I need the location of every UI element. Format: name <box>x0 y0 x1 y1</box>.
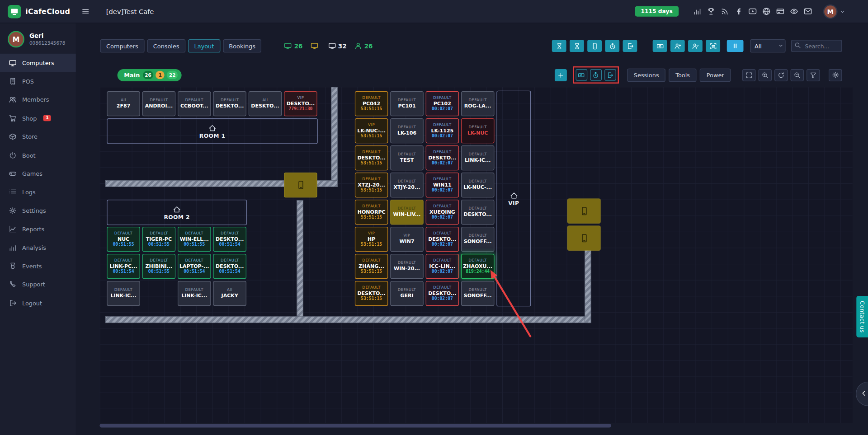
menu-toggle-button[interactable] <box>81 7 90 15</box>
chat-widget-button[interactable] <box>856 382 868 406</box>
sidebar-item-computers[interactable]: Computers <box>0 54 76 72</box>
computer-tile[interactable]: DEFAULTLK-106 <box>390 118 423 143</box>
computer-tile[interactable]: DEFAULTDESKTO... <box>461 200 494 225</box>
mobile-device-tile[interactable] <box>284 173 317 197</box>
computer-tile[interactable]: DEFAULTSONOFF... <box>461 227 494 252</box>
computer-tile[interactable]: DEFAULTROG-LA... <box>461 91 494 116</box>
computer-tile[interactable]: DEFAULTLK-112500:02:07 <box>426 118 459 143</box>
tab-consoles[interactable]: Consoles <box>147 39 185 52</box>
tools-button[interactable]: Tools <box>669 68 697 81</box>
sessions-button[interactable]: Sessions <box>627 68 665 81</box>
pause-button[interactable] <box>727 40 744 52</box>
layout-canvas[interactable]: ROOM 1ROOM 2VIPAll2F87DEFAULTANDROI...DE… <box>99 87 852 423</box>
sidebar-item-pos[interactable]: POS <box>0 72 76 91</box>
computer-tile[interactable]: DEFAULTDESKTO...53:51:15 <box>355 281 388 306</box>
computer-tile[interactable]: DEFAULTDESKTO... <box>213 91 246 116</box>
computer-tile[interactable]: DEFAULTWIN-ELL...00:51:55 <box>178 227 211 252</box>
app-logo-icon[interactable] <box>8 5 21 18</box>
computer-tile[interactable]: DEFAULTANDROI... <box>142 91 175 116</box>
computer-tile[interactable]: DEFAULTPC101 <box>390 91 423 116</box>
tab-layout[interactable]: Layout <box>188 39 220 52</box>
computer-tile[interactable]: AllDESKTO... <box>249 91 282 116</box>
sidebar-item-logout[interactable]: Logout <box>0 294 76 312</box>
computer-tile[interactable]: DEFAULTLAPTOP-...00:51:54 <box>178 254 211 279</box>
computer-tile[interactable]: DEFAULTSONOFF... <box>461 281 494 306</box>
computer-tile[interactable]: DEFAULTGERI <box>390 281 423 306</box>
computer-tile[interactable]: DEFAULTPC04253:51:15 <box>355 91 388 116</box>
computer-tile[interactable]: DEFAULTDESKTO...00:02:07 <box>426 227 459 252</box>
facebook-icon[interactable] <box>735 7 743 15</box>
computer-tile[interactable]: AllJACKY <box>213 281 246 306</box>
computer-tile[interactable]: DEFAULTWIN1100:02:07 <box>426 173 459 197</box>
power-button[interactable]: Power <box>700 68 731 81</box>
computer-tile[interactable]: DEFAULTDESKTO...00:02:07 <box>426 281 459 306</box>
computer-tile[interactable]: VIPWIN7 <box>390 227 423 252</box>
add-member-button[interactable] <box>670 40 685 52</box>
sidebar-item-store[interactable]: Store <box>0 127 76 146</box>
payment-icon[interactable] <box>776 7 784 15</box>
computer-tile[interactable]: DEFAULTLINK-IC... <box>107 281 140 306</box>
computer-tile[interactable]: VIPDESKTO...779:21:30 <box>284 91 317 116</box>
sidebar-item-reports[interactable]: Reports <box>0 220 76 239</box>
youtube-icon[interactable] <box>749 7 757 15</box>
computer-tile[interactable]: DEFAULTWIN-20... <box>390 254 423 279</box>
quick-timer-button[interactable] <box>590 69 602 81</box>
filter-button[interactable] <box>807 69 820 81</box>
sidebar-item-events[interactable]: Events <box>0 257 76 276</box>
sidebar-item-settings[interactable]: Settings <box>0 201 76 220</box>
trophy-icon[interactable] <box>707 7 715 15</box>
computer-tile[interactable]: DEFAULTICC-LIN...00:02:07 <box>426 254 459 279</box>
computer-tile[interactable]: DEFAULTXTZJ-20...53:51:15 <box>355 173 388 197</box>
computer-tile[interactable]: DEFAULTZHIBINI...00:51:55 <box>142 254 175 279</box>
computer-tile[interactable]: DEFAULTWIN-LIV... <box>390 200 423 225</box>
user-avatar[interactable]: M <box>823 4 838 19</box>
sidebar-item-support[interactable]: Support <box>0 275 76 294</box>
horizontal-scrollbar[interactable] <box>99 424 611 428</box>
computer-tile[interactable]: DEFAULTXUEQING00:02:07 <box>426 200 459 225</box>
computer-tile[interactable]: DEFAULTLINK-PC...00:51:54 <box>107 254 140 279</box>
quick-checkout-button[interactable] <box>604 69 616 81</box>
contact-us-button[interactable]: Contact us <box>856 296 868 337</box>
computer-tile[interactable]: DEFAULTCCBOOT... <box>178 91 211 116</box>
layout-settings-button[interactable] <box>829 69 842 81</box>
computer-tile[interactable]: DEFAULTDESKTO...00:51:54 <box>213 227 246 252</box>
computer-tile[interactable]: DEFAULTDESKTO...00:02:07 <box>426 145 459 170</box>
sidebar-item-logs[interactable]: Logs <box>0 183 76 201</box>
waiting-sessions-button[interactable] <box>552 40 566 52</box>
add-computer-button[interactable] <box>555 69 567 81</box>
scan-button[interactable] <box>706 40 720 52</box>
timer-button[interactable] <box>605 40 619 52</box>
sidebar-item-shop[interactable]: Shop1 <box>0 109 76 127</box>
zoom-in-button[interactable] <box>759 69 772 81</box>
eye-icon[interactable] <box>790 7 798 15</box>
fullscreen-button[interactable] <box>742 69 755 81</box>
sidebar-user-block[interactable]: M Geri 008612345678 <box>0 23 76 53</box>
mail-icon[interactable] <box>804 7 812 15</box>
computer-tile[interactable]: VIPLK-NUC-...53:51:15 <box>355 118 388 143</box>
checkout-button[interactable] <box>623 40 637 52</box>
computer-tile[interactable]: DEFAULTHONORPC53:51:15 <box>355 200 388 225</box>
expired-sessions-button[interactable] <box>570 40 584 52</box>
zone-pill-main[interactable]: Main 26122 <box>118 69 182 81</box>
computer-tile[interactable]: VIPHP53:51:15 <box>355 227 388 252</box>
computer-tile[interactable]: DEFAULTDESKTO...53:51:15 <box>355 145 388 170</box>
mobile-device-tile[interactable] <box>567 226 600 251</box>
computer-tile[interactable]: DEFAULTZHANG...53:51:15 <box>355 254 388 279</box>
zoom-out-button[interactable] <box>791 69 804 81</box>
computer-tile[interactable]: DEFAULTDESKTO...00:51:54 <box>213 254 246 279</box>
sidebar-item-members[interactable]: Members <box>0 91 76 109</box>
bar-chart-icon[interactable] <box>693 7 701 15</box>
computer-tile[interactable]: DEFAULTLINK-IC... <box>178 281 211 306</box>
tab-computers[interactable]: Computers <box>100 39 145 52</box>
globe-icon[interactable] <box>762 7 770 15</box>
add-guest-button[interactable] <box>688 40 703 52</box>
rss-icon[interactable] <box>721 7 729 15</box>
computer-tile[interactable]: DEFAULTLK-NUC-... <box>461 173 494 197</box>
computer-tile[interactable]: All2F87 <box>107 91 140 116</box>
sidebar-item-boot[interactable]: Boot <box>0 146 76 164</box>
search-input[interactable] <box>791 40 842 52</box>
cash-button[interactable] <box>653 40 667 52</box>
mobile-app-button[interactable] <box>587 40 602 52</box>
computer-tile[interactable]: DEFAULTLINK-IC... <box>461 145 494 170</box>
computer-tile[interactable]: DEFAULTNUC00:51:55 <box>107 227 140 252</box>
